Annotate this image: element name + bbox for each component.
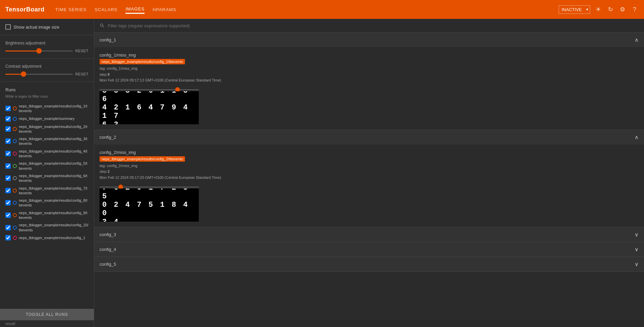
run-item[interactable]: neps_tblogger_example/results/config_7/t… bbox=[5, 185, 88, 197]
app-logo: TensorBoard bbox=[5, 6, 44, 13]
help-icon[interactable]: ? bbox=[631, 5, 639, 13]
main-layout: Show actual image size Brightness adjust… bbox=[0, 19, 644, 327]
run-checkbox[interactable] bbox=[5, 212, 11, 218]
config-section-config_3: config_3∨ bbox=[94, 227, 644, 242]
mnist-image-text: 3 8 3 2 6 1 1 3 64 2 1 6 4 7 9 4 1 76 3 bbox=[100, 91, 199, 124]
run-item[interactable]: neps_tblogger_example/results/config_3/t… bbox=[5, 135, 88, 148]
run-label: neps_tblogger_example/results/config_6/t… bbox=[19, 173, 88, 183]
run-item[interactable]: neps_tblogger_example/results/config_10/… bbox=[5, 221, 88, 234]
image-card-title: config_1/miss_img bbox=[100, 53, 221, 58]
run-label: neps_tblogger_example/results/config_7/t… bbox=[19, 186, 88, 196]
image-step-slider[interactable] bbox=[100, 187, 199, 188]
chevron-down-icon: ∨ bbox=[635, 246, 639, 253]
contrast-slider[interactable] bbox=[5, 74, 73, 75]
run-checkbox[interactable] bbox=[5, 163, 11, 169]
run-checkbox[interactable] bbox=[5, 126, 11, 132]
content-area: config_1∧config_1/miss_imgneps_tblogger_… bbox=[94, 19, 644, 327]
mnist-image-text: 7 6 2 0 1 7 2 3 50 2 4 7 5 1 8 4 03 4 bbox=[100, 189, 199, 222]
show-size-section: Show actual image size bbox=[0, 19, 94, 35]
run-item[interactable]: neps_tblogger_example/results/config_8/t… bbox=[5, 197, 88, 209]
status-select[interactable]: INACTIVE bbox=[559, 5, 590, 14]
chevron-down-icon: ∨ bbox=[635, 231, 639, 238]
run-color-indicator bbox=[13, 201, 17, 205]
image-run-badge: neps_tblogger_example/results/config_2/t… bbox=[100, 156, 185, 162]
config-header-config_1[interactable]: config_1∧ bbox=[94, 33, 644, 47]
run-label: neps_tblogger_example/results/config_1/t… bbox=[19, 104, 88, 113]
image-card: config_2/miss_imgneps_tblogger_example/r… bbox=[100, 150, 221, 222]
run-item[interactable]: neps_tblogger_example/results/config_1/t… bbox=[5, 102, 88, 115]
run-checkbox[interactable] bbox=[5, 138, 11, 144]
run-label: neps_tblogger_example/summary bbox=[19, 116, 75, 121]
show-size-label: Show actual image size bbox=[13, 25, 60, 30]
run-item[interactable]: neps_tblogger_example/results/config_5/t… bbox=[5, 160, 88, 172]
config-header-config_3[interactable]: config_3∨ bbox=[94, 227, 644, 242]
config-title: config_1 bbox=[100, 37, 116, 42]
config-section-config_2: config_2∧config_2/miss_imgneps_tblogger_… bbox=[94, 130, 644, 227]
image-run-badge: neps_tblogger_example/results/config_1/t… bbox=[100, 59, 185, 64]
run-label: neps_tblogger_example/results/config_3/t… bbox=[19, 136, 88, 146]
search-icon bbox=[100, 23, 105, 28]
contrast-slider-row: RESET bbox=[5, 72, 88, 76]
nav-hparams[interactable]: HPARAMS bbox=[153, 6, 176, 13]
run-checkbox[interactable] bbox=[5, 235, 11, 240]
run-label: neps_tblogger_example/results/config_4/t… bbox=[19, 149, 88, 159]
run-item[interactable]: neps_tblogger_example/summary bbox=[5, 115, 88, 123]
run-item[interactable]: neps_tblogger_example/results/config_1 bbox=[5, 234, 88, 242]
brightness-slider[interactable] bbox=[5, 51, 73, 52]
run-checkbox[interactable] bbox=[5, 106, 11, 111]
config-title: config_4 bbox=[100, 247, 116, 252]
run-checkbox[interactable] bbox=[5, 151, 11, 156]
brightness-reset-button[interactable]: RESET bbox=[75, 49, 88, 53]
image-meta: tag: config_2/miss_imgstep 2Mon Feb 12 2… bbox=[100, 163, 221, 181]
run-label: neps_tblogger_example/results/config_10/… bbox=[19, 223, 88, 232]
run-checkbox[interactable] bbox=[5, 225, 11, 230]
run-item[interactable]: neps_tblogger_example/results/config_6/t… bbox=[5, 172, 88, 185]
config-header-config_4[interactable]: config_4∨ bbox=[94, 242, 644, 257]
config-content-config_2: config_2/miss_imgneps_tblogger_example/r… bbox=[94, 144, 644, 227]
config-title: config_2 bbox=[100, 135, 116, 140]
contrast-reset-button[interactable]: RESET bbox=[75, 72, 88, 76]
run-item[interactable]: neps_tblogger_example/results/config_4/t… bbox=[5, 148, 88, 160]
chevron-up-icon: ∧ bbox=[635, 37, 639, 43]
run-color-indicator bbox=[13, 117, 17, 121]
brightness-section: Brightness adjustment RESET bbox=[0, 35, 94, 59]
image-step-slider[interactable] bbox=[100, 89, 199, 90]
theme-icon[interactable]: ☀ bbox=[594, 5, 602, 13]
mnist-image: 7 6 2 0 1 7 2 3 50 2 4 7 5 1 8 4 03 4 bbox=[100, 189, 199, 222]
config-content-config_1: config_1/miss_imgneps_tblogger_example/r… bbox=[94, 47, 644, 130]
run-color-indicator bbox=[13, 189, 17, 193]
config-section-config_1: config_1∧config_1/miss_imgneps_tblogger_… bbox=[94, 33, 644, 130]
contrast-label: Contrast adjustment bbox=[5, 64, 88, 69]
show-size-checkbox[interactable] bbox=[5, 24, 11, 30]
runs-section: Runs Write a regex to filter runs neps_t… bbox=[0, 82, 94, 309]
settings-icon[interactable]: ⚙ bbox=[618, 5, 627, 13]
run-label: neps_tblogger_example/results/config_8/t… bbox=[19, 198, 88, 208]
config-section-config_4: config_4∨ bbox=[94, 242, 644, 257]
runs-list: neps_tblogger_example/results/config_1/t… bbox=[5, 102, 88, 242]
run-item[interactable]: neps_tblogger_example/results/config_2/t… bbox=[5, 123, 88, 135]
nav-scalars[interactable]: SCALARS bbox=[95, 6, 118, 13]
run-checkbox[interactable] bbox=[5, 200, 11, 205]
run-item[interactable]: neps_tblogger_example/results/config_9/t… bbox=[5, 209, 88, 222]
run-checkbox[interactable] bbox=[5, 175, 11, 181]
config-sections: config_1∧config_1/miss_imgneps_tblogger_… bbox=[94, 33, 644, 272]
contrast-section: Contrast adjustment RESET bbox=[0, 59, 94, 82]
brightness-label: Brightness adjustment bbox=[5, 41, 88, 45]
config-title: config_3 bbox=[100, 232, 116, 237]
run-checkbox[interactable] bbox=[5, 188, 11, 193]
result-text: result/ bbox=[0, 320, 94, 327]
nav-time-series[interactable]: TIME SERIES bbox=[55, 6, 86, 13]
run-checkbox[interactable] bbox=[5, 116, 11, 122]
status-dropdown-wrapper[interactable]: INACTIVE bbox=[559, 5, 590, 14]
run-color-indicator bbox=[13, 236, 17, 240]
refresh-icon[interactable]: ↻ bbox=[606, 5, 614, 13]
mnist-image: 3 8 3 2 6 1 1 3 64 2 1 6 4 7 9 4 1 76 3 bbox=[100, 91, 199, 124]
config-header-config_5[interactable]: config_5∨ bbox=[94, 257, 644, 271]
filter-input[interactable] bbox=[108, 23, 639, 28]
run-label: neps_tblogger_example/results/config_1 bbox=[19, 235, 85, 240]
config-header-config_2[interactable]: config_2∧ bbox=[94, 130, 644, 144]
config-title: config_5 bbox=[100, 262, 116, 267]
toggle-all-button[interactable]: TOGGLE ALL RUNS bbox=[0, 309, 94, 320]
brightness-slider-row: RESET bbox=[5, 49, 88, 53]
nav-images[interactable]: IMAGES bbox=[125, 5, 145, 14]
